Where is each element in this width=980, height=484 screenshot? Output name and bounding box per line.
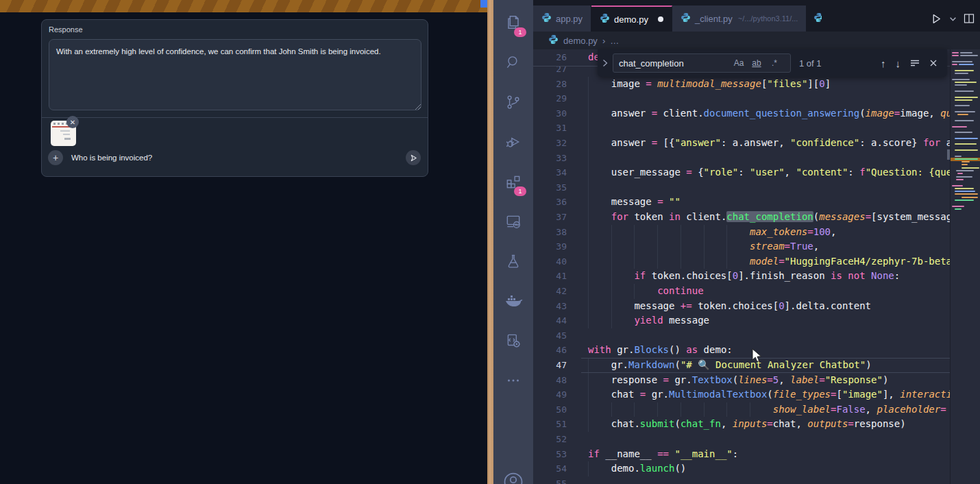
code-line-29: 29 [533,91,950,106]
blue-chip [480,0,487,8]
minimap-line [955,105,970,106]
code-line-32: 32 answer = [{"answer": a.answer, "confi… [533,136,950,151]
minimap-line [957,173,963,174]
code-line-30: 30 answer = client.document_question_ans… [533,106,950,121]
code-line-45: 45 [533,328,950,343]
code-line-43: 43 message += token.choices[0].delta.con… [533,299,950,314]
activity-more[interactable] [493,362,533,402]
python-icon [600,13,610,25]
find-input[interactable] [613,58,730,69]
code-line-28: 28 image = multimodal_message["files"][0… [533,77,950,92]
code-line-55: 55 [533,476,950,484]
minimap-line [955,138,978,139]
add-file-button[interactable]: + [48,150,63,165]
code-line-53: 53if __name__ == "__main__": [533,447,950,462]
code-line-44: 44 yield message [533,313,950,328]
minimap-line [955,70,974,71]
screen: Response With an extremely high level of… [0,0,980,484]
activity-code-runner[interactable] [493,322,533,362]
activity-remote-explorer[interactable] [493,203,533,243]
indent-guide [588,151,589,166]
tab-_client.py[interactable]: _client.py~/.../python3.11/... [672,5,807,32]
code-line-41: 41 if token.choices[0].finish_reason is … [533,269,950,284]
find-previous-button[interactable]: ↑ [881,58,886,69]
line-number: 38 [533,225,567,240]
minimap-line [955,82,977,83]
code-line-49: 49 chat = gr.MultimodalTextbox(file_type… [533,387,950,402]
minimap-line [955,132,972,133]
line-number: 31 [533,121,567,136]
thumb-line [64,138,71,140]
editor-actions [931,5,977,32]
python-icon [681,12,691,25]
line-number: 46 [533,343,567,358]
find-input-box: Aa ab .* [613,53,791,73]
breadcrumb[interactable]: demo.py › … [533,32,980,49]
breadcrumb-file[interactable]: demo.py [563,36,598,46]
activity-testing[interactable] [493,243,533,282]
minimap-line [956,179,964,180]
regex-button[interactable]: .* [765,58,783,68]
minimap-line [952,55,959,56]
indent-guide [588,91,589,106]
more-icon [504,372,522,392]
line-number: 55 [533,476,567,484]
code-line-47: 47 gr.Markdown("# 🔍 Document Analyzer Ch… [533,358,950,373]
code-line-36: 36 message = "" [533,195,950,210]
minimap-line [955,90,974,92]
line-number: 48 [533,373,567,388]
line-number: 35 [533,180,567,195]
send-button[interactable] [406,150,421,165]
tab-demo.py[interactable]: demo.py [591,5,672,32]
tab-app.py[interactable]: app.py [533,5,591,32]
activity-docker[interactable] [493,282,533,322]
minimap-line [955,199,974,201]
activity-account[interactable] [493,472,533,484]
code-line-38: 38 max_tokens=100, [533,225,950,240]
minimap-line [955,158,978,160]
testing-icon [504,252,522,273]
find-widget: Aa ab .* 1 of 1 ↑ ↓ [598,49,947,77]
line-number: 45 [533,328,567,343]
minimap-line [960,55,978,56]
activity-run-debug[interactable] [493,123,533,163]
activity-search[interactable] [493,44,533,84]
split-editor-button[interactable] [964,13,975,24]
minimap-line [957,114,968,115]
close-find-button[interactable] [929,59,938,67]
code-runner-icon [504,332,522,352]
window-divider[interactable] [487,0,493,484]
tab-fragment[interactable] [807,5,822,32]
tab-label: _client.py [695,14,733,24]
match-case-button[interactable]: Aa [730,58,748,68]
remove-attachment-button[interactable]: ✕ [66,116,79,128]
scrollbar-marker [947,149,950,160]
chat-input-text[interactable]: Who is being invoiced? [71,154,152,162]
tab-label: app.py [556,14,583,24]
line-number: 40 [533,254,567,269]
code-line-33: 33 [533,151,950,166]
minimap-line [955,97,978,98]
activity-source-control[interactable] [493,84,533,123]
minimap-line [961,167,979,169]
response-textarea[interactable]: With an extremely high level of confiden… [49,39,421,110]
run-dropdown-button[interactable] [949,15,957,23]
activity-extensions[interactable]: 1 [493,163,533,203]
breadcrumb-more[interactable]: … [610,36,619,46]
run-python-button[interactable] [931,13,942,25]
indent-guide [588,180,589,195]
find-next-button[interactable]: ↓ [896,58,901,69]
activity-explorer[interactable]: 1 [493,4,533,44]
minimap[interactable] [951,49,980,484]
toggle-replace-chevron[interactable] [598,59,613,67]
minimap-line [952,64,957,65]
line-number: 47 [533,358,567,373]
code-editor[interactable]: 2728 image = multimodal_message["files"]… [533,49,980,484]
whole-word-button[interactable]: ab [748,58,765,68]
find-in-selection-button[interactable] [910,59,920,67]
line-number: 41 [533,269,567,284]
minimap-line [956,170,974,171]
minimap-line [955,143,977,145]
code-line-37: 37 for token in client.chat_completion(m… [533,210,950,225]
minimap-line [960,52,972,53]
